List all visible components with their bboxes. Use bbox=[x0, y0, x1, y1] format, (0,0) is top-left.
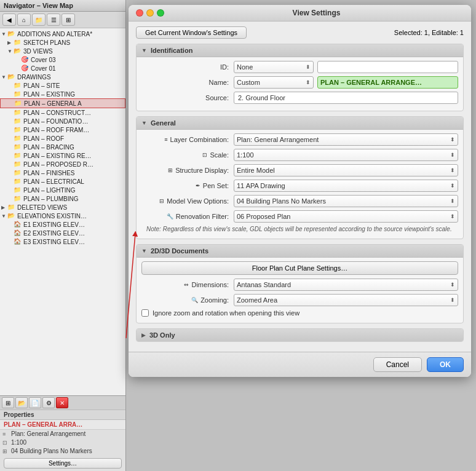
dialog-title: View Settings bbox=[169, 9, 464, 17]
view-icon: 🎯 bbox=[21, 56, 30, 63]
floor-plan-cut-plane-button[interactable]: Floor Plan Cut Plane Settings… bbox=[141, 261, 458, 275]
nav-list-button[interactable]: ☰ bbox=[47, 14, 60, 26]
ignore-zoom-label: Ignore zoom and rotation when opening th… bbox=[153, 309, 299, 317]
tree-label: PLAN – FINISHES bbox=[23, 170, 74, 176]
ok-button[interactable]: OK bbox=[427, 357, 464, 372]
tree-item-deleted[interactable]: ▶ 📁 DELETED VIEWS bbox=[0, 203, 125, 212]
structure-icon: ⊞ bbox=[168, 167, 173, 173]
tree-item-plan-bracing[interactable]: 📁 PLAN – BRACING bbox=[0, 143, 125, 151]
view-icon: 🎯 bbox=[21, 65, 30, 72]
identification-header[interactable]: ▼ Identification bbox=[137, 44, 463, 57]
tree-arrow: ▶ bbox=[7, 40, 14, 46]
close-button[interactable] bbox=[136, 9, 143, 17]
tree-label: DRAWINGS bbox=[17, 74, 51, 81]
tree-item-plan-lighting[interactable]: 📁 PLAN – LIGHTING bbox=[0, 186, 125, 194]
dropdown-arrow: ⬍ bbox=[450, 213, 455, 220]
dimensions-dropdown[interactable]: Antanas Standard ⬍ bbox=[234, 279, 458, 291]
property-scale-value: 1:100 bbox=[11, 439, 26, 446]
layer-combo-value: Plan: General Arrangement bbox=[237, 136, 319, 143]
settings-button[interactable]: Settings… bbox=[4, 458, 122, 469]
house-icon: 🏠 bbox=[14, 221, 22, 228]
tree-item-plan-finishes[interactable]: 📁 PLAN – FINISHES bbox=[0, 168, 125, 177]
identification-section: ▼ Identification ID: None ⬍ bbox=[136, 44, 464, 111]
tree-item-plan-foundation[interactable]: 📁 PLAN – FOUNDATIO… bbox=[0, 117, 125, 125]
threed-header[interactable]: ▶ 3D Only bbox=[137, 329, 463, 341]
folder-icon: 📂 bbox=[7, 212, 16, 220]
maximize-button[interactable] bbox=[157, 9, 164, 17]
tree-item-drawings[interactable]: ▼ 📂 DRAWINGS bbox=[0, 73, 125, 81]
prop-delete-btn[interactable]: ✕ bbox=[56, 397, 68, 408]
prop-view-btn[interactable]: ⊞ bbox=[2, 397, 14, 408]
documents-header[interactable]: ▼ 2D/3D Documents bbox=[137, 245, 463, 258]
scale-icon: ⊡ bbox=[202, 152, 207, 158]
penset-dropdown[interactable]: 11 APA Drawing ⬍ bbox=[234, 180, 458, 192]
model-view-label: ⊟ Model View Options: bbox=[141, 197, 234, 205]
tree-item-plan-existingre[interactable]: 📁 PLAN – EXISTING RE… bbox=[0, 151, 125, 160]
nav-home-button[interactable]: ⌂ bbox=[17, 14, 31, 26]
tree-item-e3[interactable]: 🏠 E3 EXISTING ELEV… bbox=[0, 237, 125, 246]
nav-grid-button[interactable]: ⊞ bbox=[61, 14, 75, 26]
structure-dropdown[interactable]: Entire Model ⬍ bbox=[234, 164, 458, 176]
zooming-value: Zoomed Area bbox=[237, 296, 277, 304]
tree-label: E2 EXISTING ELEV… bbox=[23, 230, 85, 237]
id-dropdown[interactable]: None ⬍ bbox=[234, 61, 314, 73]
section-collapse-arrow: ▼ bbox=[141, 120, 147, 126]
tree-item-plan-construct[interactable]: 📁 PLAN – CONSTRUCT… bbox=[0, 108, 125, 117]
renovation-row: 🔧 Renovation Filter: 06 Proposed Plan ⬍ bbox=[141, 210, 458, 223]
tree-item-plan-site[interactable]: 📁 PLAN – SITE bbox=[0, 81, 125, 90]
tree-item-e2[interactable]: 🏠 E2 EXISTING ELEV… bbox=[0, 229, 125, 237]
general-header[interactable]: ▼ General bbox=[137, 117, 463, 130]
tree-item-cover01[interactable]: 🎯 Cover 01 bbox=[0, 64, 125, 73]
model-view-row: ⊟ Model View Options: 04 Building Plans … bbox=[141, 195, 458, 207]
tree-item-plan-electrical[interactable]: 📁 PLAN – ELECTRICAL bbox=[0, 177, 125, 186]
id-text-field[interactable] bbox=[317, 61, 458, 73]
prop-settings-btn[interactable]: ⚙ bbox=[42, 397, 55, 408]
tree-item-plan-general[interactable]: 📁 PLAN – GENERAL A bbox=[0, 98, 125, 108]
name-value-field[interactable]: PLAN – GENERAL ARRANGE… bbox=[317, 76, 458, 89]
layer-combo-dropdown[interactable]: Plan: General Arrangement ⬍ bbox=[234, 133, 458, 146]
zooming-row: 🔍 Zooming: Zoomed Area ⬍ bbox=[141, 294, 458, 306]
tree-item-plan-existing[interactable]: 📁 PLAN – EXISTING bbox=[0, 90, 125, 98]
tree-item-cover03[interactable]: 🎯 Cover 03 bbox=[0, 55, 125, 64]
folder-icon: 📁 bbox=[7, 204, 16, 211]
name-dropdown[interactable]: Custom ⬍ bbox=[234, 76, 314, 89]
minimize-button[interactable] bbox=[146, 9, 154, 17]
dropdown-arrow: ⬍ bbox=[450, 297, 455, 303]
folder-icon: 📁 bbox=[14, 90, 22, 98]
scale-icon: ⊡ bbox=[2, 440, 11, 446]
tree-label: PLAN – EXISTING RE… bbox=[23, 152, 92, 159]
nav-back-button[interactable]: ◀ bbox=[2, 14, 16, 26]
renovation-dropdown[interactable]: 06 Proposed Plan ⬍ bbox=[234, 210, 458, 223]
tree-item-elevations[interactable]: ▼ 📂 ELEVATIONS EXISTIN… bbox=[0, 212, 125, 220]
property-layer-value: Plan: General Arrangement bbox=[11, 430, 85, 437]
zooming-dropdown[interactable]: Zoomed Area ⬍ bbox=[234, 294, 458, 306]
folder-icon: 📂 bbox=[7, 30, 16, 38]
tree-item-additions[interactable]: ▼ 📂 ADDITIONS AND ALTERA* bbox=[0, 30, 125, 38]
pen-icon: ✒ bbox=[196, 183, 200, 189]
tree-label: PLAN – PROPOSED R… bbox=[23, 161, 93, 168]
source-value: 2. Ground Floor bbox=[234, 92, 458, 104]
nav-folder-button[interactable]: 📁 bbox=[32, 14, 46, 26]
scale-dropdown[interactable]: 1:100 ⬍ bbox=[234, 149, 458, 161]
tree-item-plan-roofframe[interactable]: 📁 PLAN – ROOF FRAM… bbox=[0, 125, 125, 134]
tree-item-3dviews[interactable]: ▼ 📂 3D VIEWS bbox=[0, 47, 125, 55]
name-label: Name: bbox=[141, 79, 234, 86]
general-body: ≡ Layer Combination: Plan: General Arran… bbox=[137, 130, 463, 239]
dropdown-arrow: ⬍ bbox=[450, 198, 455, 204]
ignore-zoom-checkbox[interactable] bbox=[141, 309, 149, 317]
structure-row: ⊞ Structure Display: Entire Model ⬍ bbox=[141, 164, 458, 176]
folder-icon: 📁 bbox=[14, 126, 22, 133]
prop-folder-btn[interactable]: 📂 bbox=[15, 397, 28, 408]
tree-item-sketch[interactable]: ▶ 📁 SKETCH PLANS bbox=[0, 38, 125, 47]
tree-item-e1[interactable]: 🏠 E1 EXISTING ELEV… bbox=[0, 220, 125, 229]
prop-new-btn[interactable]: 📄 bbox=[29, 397, 41, 408]
get-settings-button[interactable]: Get Current Window's Settings bbox=[136, 26, 247, 39]
section-collapse-arrow: ▶ bbox=[141, 332, 146, 338]
tree-item-plan-proposedr[interactable]: 📁 PLAN – PROPOSED R… bbox=[0, 160, 125, 168]
model-view-dropdown[interactable]: 04 Building Plans No Markers ⬍ bbox=[234, 195, 458, 207]
tree-arrow: ▼ bbox=[7, 49, 14, 54]
tree-item-plan-roof[interactable]: 📁 PLAN – ROOF bbox=[0, 134, 125, 143]
tree-item-plan-plumbing[interactable]: 📁 PLAN – PLUMBING bbox=[0, 194, 125, 203]
documents-section: ▼ 2D/3D Documents Floor Plan Cut Plane S… bbox=[136, 244, 464, 323]
cancel-button[interactable]: Cancel bbox=[373, 357, 422, 372]
